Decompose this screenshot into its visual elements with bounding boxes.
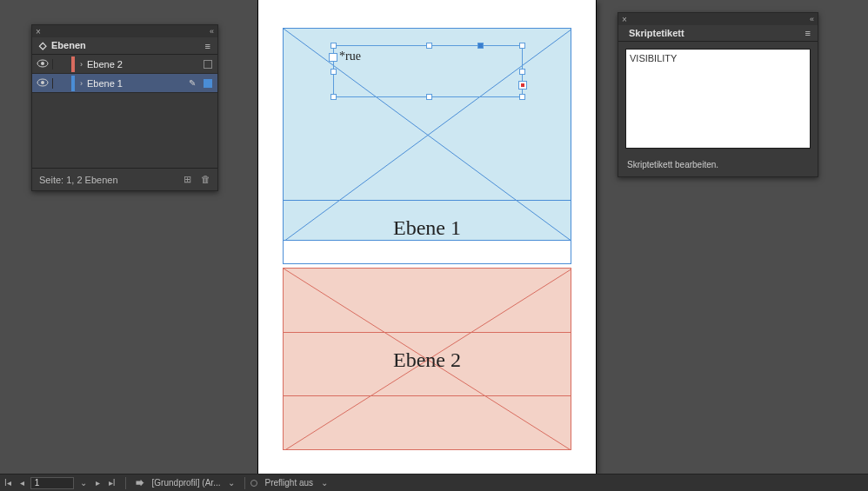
panel-title: Skriptetikett: [625, 28, 684, 38]
layer-row[interactable]: › Ebene 2: [32, 55, 217, 74]
svg-point-7: [41, 81, 44, 84]
prev-page-button[interactable]: ◂: [16, 478, 29, 488]
panel-title: Ebenen: [51, 40, 86, 50]
expand-arrow-icon[interactable]: ›: [80, 60, 83, 69]
preflight-status[interactable]: Preflight aus: [261, 478, 317, 488]
panel-footer: Seite: 1, 2 Ebenen ⊞ 🗑: [32, 168, 217, 190]
panel-header[interactable]: × «: [32, 25, 217, 37]
profile-name[interactable]: [Grundprofil] (Ar...: [149, 478, 224, 488]
layer-row[interactable]: › Ebene 1 ✎: [32, 74, 217, 93]
resize-handle-br[interactable]: [519, 94, 525, 100]
selection-indicator[interactable]: [204, 79, 212, 88]
resize-handle-tm[interactable]: [426, 43, 432, 49]
layer-color-swatch: [71, 76, 75, 91]
profile-dropdown-icon[interactable]: ⌄: [224, 478, 239, 488]
svg-point-5: [41, 62, 44, 65]
resize-handle-tr[interactable]: [519, 43, 525, 49]
resize-handle-tl[interactable]: [331, 43, 337, 49]
layer-list: › Ebene 2 › Ebene 1 ✎: [32, 55, 217, 168]
layer-name: Ebene 2: [87, 59, 186, 70]
layers-panel: × « ◇Ebenen ≡ › Ebene 2 › Ebene 1 ✎: [31, 24, 218, 191]
close-icon[interactable]: ×: [36, 27, 41, 36]
separator: [244, 477, 245, 489]
preflight-status-icon: [250, 480, 257, 487]
script-label-input[interactable]: [625, 49, 811, 149]
separator: [125, 477, 126, 489]
delete-layer-icon[interactable]: 🗑: [201, 174, 210, 184]
status-bar: I◂ ◂ ⌄ ▸ ▸I 🡆 [Grundprofil] (Ar... ⌄ Pre…: [0, 474, 868, 491]
layer-name: Ebene 1: [87, 78, 186, 89]
textframe-ebene2[interactable]: Ebene 2: [283, 332, 571, 396]
pen-indicator: ✎: [186, 78, 198, 88]
visibility-toggle[interactable]: [32, 78, 53, 89]
resize-handle-ml[interactable]: [331, 69, 337, 75]
panel-title-row: ◇Ebenen ≡: [32, 37, 217, 55]
page-number-input[interactable]: [30, 477, 74, 489]
layer-color-swatch: [71, 56, 75, 72]
text-inport[interactable]: [329, 53, 337, 62]
panel-header[interactable]: × «: [618, 13, 818, 25]
panel-menu-icon[interactable]: ≡: [805, 28, 811, 38]
preflight-dropdown-icon[interactable]: ⌄: [317, 478, 332, 488]
selected-frame-text: *rue: [334, 46, 522, 67]
collapse-icon[interactable]: «: [810, 15, 814, 23]
collapse-icon[interactable]: «: [210, 27, 214, 36]
visibility-toggle[interactable]: [32, 59, 53, 70]
resize-handle-bl[interactable]: [331, 94, 337, 100]
panel-title-row: Skriptetikett ≡: [618, 25, 818, 42]
next-page-button[interactable]: ▸: [91, 478, 104, 488]
selected-text-frame[interactable]: *rue: [333, 45, 523, 97]
script-label-panel: × « Skriptetikett ≡ Skriptetikett bearbe…: [618, 12, 818, 177]
script-footer-text: Skriptetikett bearbeiten.: [618, 157, 818, 176]
text-outport-overset[interactable]: [518, 81, 527, 90]
last-page-button[interactable]: ▸I: [104, 478, 120, 488]
open-file-icon[interactable]: 🡆: [131, 478, 149, 488]
resize-handle-bm[interactable]: [426, 94, 432, 100]
footer-status: Seite: 1, 2 Ebenen: [39, 175, 118, 185]
expand-arrow-icon[interactable]: ›: [80, 79, 83, 88]
eye-icon: ◇: [39, 40, 48, 51]
script-body: [618, 42, 818, 157]
resize-handle-mr[interactable]: [519, 69, 525, 75]
frame-label: Ebene 2: [284, 333, 571, 372]
close-icon[interactable]: ×: [622, 15, 627, 24]
page-dropdown-icon[interactable]: ⌄: [76, 478, 91, 488]
first-page-button[interactable]: I◂: [0, 478, 16, 488]
selection-indicator[interactable]: [204, 60, 212, 69]
new-layer-icon[interactable]: ⊞: [184, 174, 191, 184]
panel-menu-icon[interactable]: ≡: [205, 41, 210, 51]
resize-handle-anchor[interactable]: [477, 43, 484, 49]
